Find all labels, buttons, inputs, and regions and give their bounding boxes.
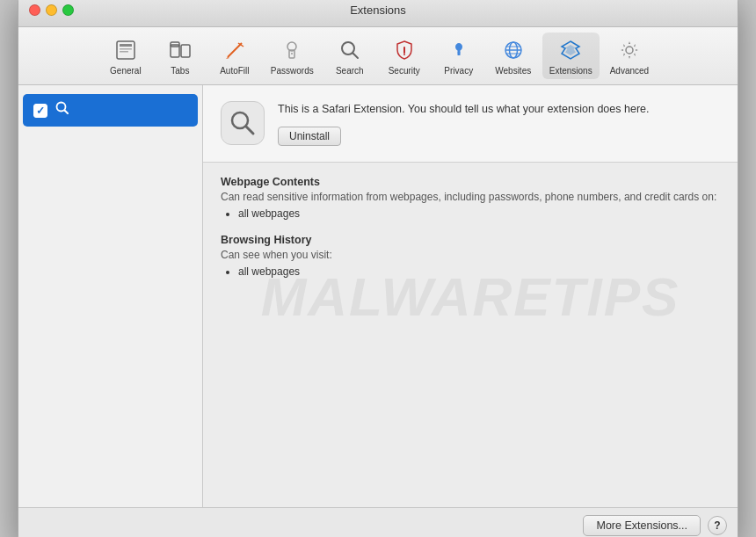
toolbar: General Tabs AutoFill bbox=[18, 27, 738, 85]
sidebar: ✓ bbox=[18, 85, 203, 507]
window-controls bbox=[29, 4, 74, 16]
general-icon bbox=[112, 36, 140, 64]
search-label: Search bbox=[336, 66, 364, 76]
webpage-contents-list: all webpages bbox=[221, 207, 720, 220]
sidebar-ext-icon bbox=[55, 100, 70, 120]
browsing-history-list: all webpages bbox=[221, 265, 720, 278]
webpage-contents-desc: Can read sensitive information from webp… bbox=[221, 191, 720, 203]
uninstall-button[interactable]: Uninstall bbox=[278, 127, 341, 146]
tabs-icon bbox=[166, 36, 194, 64]
permission-group-webpage: Webpage Contents Can read sensitive info… bbox=[221, 176, 720, 220]
search-icon bbox=[336, 36, 364, 64]
svg-rect-3 bbox=[120, 51, 128, 53]
toolbar-item-passwords[interactable]: Passwords bbox=[264, 33, 321, 79]
more-extensions-button[interactable]: More Extensions... bbox=[583, 515, 701, 536]
svg-rect-5 bbox=[181, 45, 190, 57]
svg-line-7 bbox=[228, 43, 242, 57]
browsing-history-desc: Can see when you visit: bbox=[221, 249, 720, 261]
websites-label: Websites bbox=[495, 66, 531, 76]
main-content: ✓ MALWARETIPS bbox=[18, 85, 738, 507]
svg-point-15 bbox=[403, 54, 405, 55]
extension-info: This is a Safari Extension. You should t… bbox=[278, 101, 720, 146]
list-item: all webpages bbox=[238, 265, 720, 278]
help-button[interactable]: ? bbox=[708, 516, 727, 535]
checkmark-icon: ✓ bbox=[36, 105, 45, 117]
titlebar: Extensions bbox=[18, 0, 738, 27]
toolbar-item-advanced[interactable]: Advanced bbox=[603, 33, 656, 79]
privacy-label: Privacy bbox=[444, 66, 473, 76]
window-title: Extensions bbox=[350, 4, 406, 17]
autofill-label: AutoFill bbox=[220, 66, 249, 76]
footer: More Extensions... ? bbox=[18, 507, 738, 537]
toolbar-item-autofill[interactable]: AutoFill bbox=[209, 33, 260, 79]
svg-line-24 bbox=[65, 111, 69, 114]
svg-line-13 bbox=[353, 54, 358, 59]
websites-icon bbox=[499, 36, 527, 64]
toolbar-item-extensions[interactable]: Extensions bbox=[542, 33, 600, 79]
extension-detail-icon bbox=[221, 101, 265, 145]
passwords-label: Passwords bbox=[271, 66, 314, 76]
maximize-button[interactable] bbox=[62, 4, 74, 16]
security-label: Security bbox=[389, 66, 420, 76]
toolbar-item-tabs[interactable]: Tabs bbox=[155, 33, 206, 79]
toolbar-item-search[interactable]: Search bbox=[324, 33, 375, 79]
extensions-label: Extensions bbox=[549, 66, 592, 76]
toolbar-item-security[interactable]: Security bbox=[379, 33, 430, 79]
list-item: all webpages bbox=[238, 207, 720, 220]
svg-rect-1 bbox=[120, 44, 132, 47]
security-icon bbox=[390, 36, 418, 64]
svg-rect-2 bbox=[120, 48, 132, 50]
advanced-label: Advanced bbox=[610, 66, 649, 76]
minimize-button[interactable] bbox=[46, 4, 57, 16]
privacy-icon bbox=[445, 36, 473, 64]
extensions-icon bbox=[556, 36, 585, 64]
permissions-section: Webpage Contents Can read sensitive info… bbox=[203, 163, 738, 305]
browsing-history-title: Browsing History bbox=[221, 234, 720, 246]
safari-extensions-window: Extensions General bbox=[18, 0, 738, 537]
svg-point-22 bbox=[626, 47, 633, 54]
toolbar-item-privacy[interactable]: Privacy bbox=[433, 33, 484, 79]
advanced-icon bbox=[615, 36, 643, 64]
passwords-icon bbox=[278, 36, 306, 64]
svg-line-26 bbox=[246, 127, 253, 134]
extension-header: This is a Safari Extension. You should t… bbox=[203, 85, 738, 163]
autofill-icon bbox=[221, 36, 249, 64]
permission-group-browsing: Browsing History Can see when you visit:… bbox=[221, 234, 720, 278]
tabs-label: Tabs bbox=[171, 66, 189, 76]
general-label: General bbox=[110, 66, 142, 76]
detail-panel: MALWARETIPS This is a Safari Extension. … bbox=[203, 85, 738, 507]
extension-checkbox[interactable]: ✓ bbox=[33, 104, 47, 118]
extension-description: This is a Safari Extension. You should t… bbox=[278, 101, 720, 118]
close-button[interactable] bbox=[29, 4, 40, 16]
toolbar-item-general[interactable]: General bbox=[100, 33, 151, 79]
webpage-contents-title: Webpage Contents bbox=[221, 176, 720, 188]
sidebar-item-search-ext[interactable]: ✓ bbox=[23, 94, 198, 127]
toolbar-item-websites[interactable]: Websites bbox=[488, 33, 539, 79]
